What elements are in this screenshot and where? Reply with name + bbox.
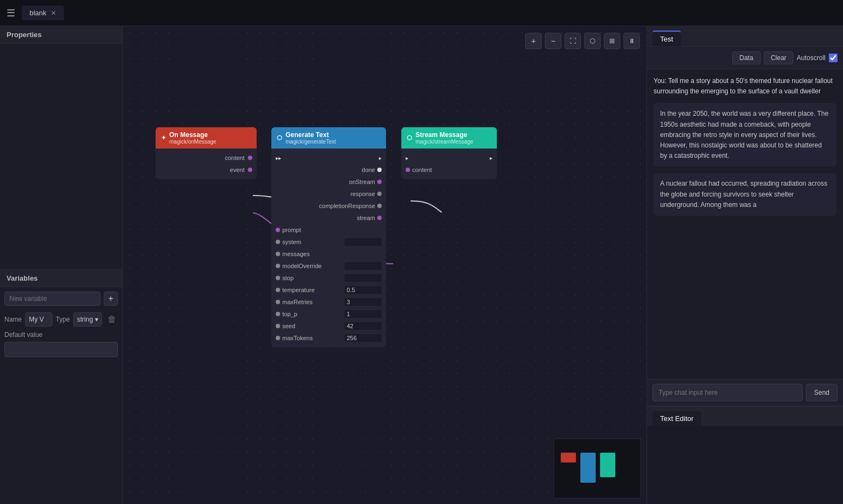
maxretries-input[interactable]	[345, 298, 382, 306]
port-maxretries: maxRetries	[271, 296, 386, 308]
port-system: system	[271, 236, 386, 248]
var-name-type-row: Name Type string ▾ 🗑	[4, 312, 118, 327]
minimap	[554, 438, 641, 499]
port-seed: seed	[271, 320, 386, 332]
port-stop: stop	[271, 272, 386, 284]
main-layout: Properties Variables + Name Type string …	[0, 26, 843, 504]
layout-button[interactable]: ⬡	[584, 33, 601, 49]
stream-message-icon: ⬡	[407, 134, 412, 141]
test-controls: Data Clear Autoscroll	[647, 47, 843, 69]
right-panel-bottom: Text Editor	[647, 406, 843, 504]
clear-button[interactable]: Clear	[764, 51, 794, 64]
port-completionresponse: completionResponse	[271, 200, 386, 212]
panel-tabs: Test	[647, 26, 843, 47]
node-stream-message[interactable]: ⬡ Stream Message magick/streamMessage ▸ …	[401, 127, 497, 179]
minimap-node-2	[580, 453, 596, 483]
exec-port-stream: ▸ ▸	[401, 152, 497, 164]
node-on-message[interactable]: ✦ On Message magick/onMessage content ev…	[156, 127, 257, 179]
generate-text-subtitle: magick/generateText	[286, 139, 336, 145]
port-top-p: top_p	[271, 308, 386, 320]
chat-msg-ai-2: A nuclear fallout had occurred, spreadin…	[654, 173, 836, 216]
port-prompt: prompt	[271, 224, 386, 236]
on-message-title: On Message	[169, 131, 216, 139]
stop-input[interactable]	[345, 274, 382, 282]
on-message-subtitle: magick/onMessage	[169, 139, 216, 145]
port-content-dot	[248, 156, 252, 160]
node-generate-text-body: ▸▸ ▸ done onStream response completionRe…	[271, 149, 386, 347]
data-button[interactable]: Data	[732, 51, 760, 64]
default-value-label: Default value	[4, 331, 118, 339]
minimap-node-3	[600, 453, 615, 477]
tab-blank[interactable]: blank ✕	[22, 5, 64, 20]
type-label: Type	[56, 316, 70, 323]
variables-header: Variables	[0, 270, 122, 287]
menu-icon[interactable]: ☰	[7, 7, 15, 19]
variables-area: Variables + Name Type string ▾ 🗑 Default…	[0, 270, 122, 504]
pause-button[interactable]: ⏸	[624, 33, 640, 49]
maxtokens-input[interactable]	[345, 334, 382, 342]
zoom-out-button[interactable]: −	[545, 33, 561, 49]
exec-port-row: ▸▸ ▸	[271, 152, 386, 164]
node-on-message-header: ✦ On Message magick/onMessage	[156, 127, 257, 149]
autoscroll-checkbox[interactable]	[829, 54, 838, 62]
type-select[interactable]: string ▾	[73, 312, 102, 327]
tab-label: blank	[29, 9, 46, 17]
chat-msg-user-1: You: Tell me a story about a 50's themed…	[654, 76, 836, 97]
port-event-dot	[248, 168, 252, 172]
port-response-dot	[377, 192, 382, 196]
port-content-stream-dot	[406, 168, 410, 172]
node-stream-message-body: ▸ ▸ content	[401, 149, 497, 179]
sidebar: Properties Variables + Name Type string …	[0, 26, 123, 504]
bottom-tabs: Text Editor	[647, 406, 843, 426]
on-message-icon: ✦	[161, 134, 166, 141]
node-generate-text[interactable]: ⬡ Generate Text magick/generateText ▸▸ ▸…	[271, 127, 386, 347]
var-name-field[interactable]	[25, 312, 52, 327]
zoom-in-button[interactable]: +	[525, 33, 542, 49]
chat-input-row: Send	[647, 379, 843, 406]
stream-message-subtitle: magick/streamMessage	[415, 139, 473, 145]
modeloverride-input[interactable]	[345, 262, 382, 270]
port-done: done	[271, 164, 386, 176]
default-value-input[interactable]	[4, 342, 118, 357]
generate-text-icon: ⬡	[277, 134, 282, 141]
new-variable-input[interactable]	[4, 292, 100, 306]
port-onstream-dot	[377, 180, 382, 184]
stream-message-title: Stream Message	[415, 131, 473, 139]
top-p-input[interactable]	[345, 310, 382, 318]
tab-text-editor[interactable]: Text Editor	[652, 411, 701, 426]
autoscroll-label: Autoscroll	[797, 54, 826, 62]
properties-area	[0, 44, 122, 270]
autoscroll-row: Autoscroll	[797, 54, 838, 62]
seed-input[interactable]	[345, 322, 382, 330]
grid-button[interactable]: ⊞	[604, 33, 620, 49]
properties-header: Properties	[0, 26, 122, 44]
delete-variable-icon[interactable]: 🗑	[105, 312, 118, 327]
topbar: ☰ blank ✕	[0, 0, 843, 26]
chat-input[interactable]	[652, 384, 803, 401]
type-value: string	[77, 316, 93, 323]
node-generate-text-header: ⬡ Generate Text magick/generateText	[271, 127, 386, 149]
port-temperature: temperature	[271, 284, 386, 296]
port-onstream: onStream	[271, 176, 386, 188]
chat-msg-ai-1: In the year 2050, the world was a very d…	[654, 103, 836, 167]
generate-text-title: Generate Text	[286, 131, 336, 139]
new-variable-row: +	[4, 292, 118, 306]
node-stream-message-header: ⬡ Stream Message magick/streamMessage	[401, 127, 497, 149]
right-panel: Test Data Clear Autoscroll You: Tell me …	[646, 26, 843, 504]
send-button[interactable]: Send	[806, 384, 838, 401]
node-on-message-body: content event	[156, 149, 257, 179]
name-label: Name	[4, 316, 22, 323]
minimap-node-1	[561, 453, 576, 463]
system-input[interactable]	[345, 238, 382, 246]
port-maxtokens: maxTokens	[271, 332, 386, 344]
port-stream-dot	[377, 216, 382, 220]
tab-close-icon[interactable]: ✕	[51, 9, 56, 17]
type-chevron: ▾	[95, 316, 98, 323]
temperature-input[interactable]	[345, 286, 382, 294]
canvas[interactable]: + − ⛶ ⬡ ⊞ ⏸ ✦ On Message magick/onMessag…	[123, 26, 646, 504]
tab-test[interactable]: Test	[652, 31, 681, 46]
fit-button[interactable]: ⛶	[565, 33, 581, 49]
port-messages: messages	[271, 248, 386, 260]
chat-output: You: Tell me a story about a 50's themed…	[647, 69, 843, 379]
add-variable-button[interactable]: +	[104, 292, 118, 306]
